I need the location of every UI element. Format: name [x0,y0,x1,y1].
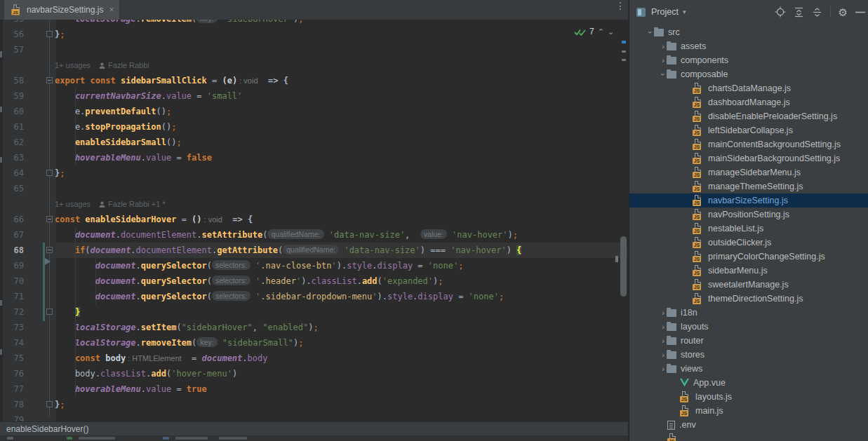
tree-item-mainSidebarBackgroundSetting.js[interactable]: JSmainSidebarBackgroundSetting.js [629,151,868,165]
tree-item-themeDirectionSetting.js[interactable]: JSthemeDirectionSetting.js [629,292,868,306]
toolbar-separator [830,6,831,18]
tab-close-icon[interactable]: × [109,5,114,15]
tree-item-layouts[interactable]: ›layouts [629,320,868,334]
vue-file-icon [680,379,689,387]
js-file-icon: JS [693,181,704,192]
project-panel-header: Project ▾ ⚙ [629,0,868,24]
js-file-icon: JS [667,433,679,441]
chevron-collapsed-icon[interactable]: › [660,308,667,317]
code-line: currentNavbarSize.value = 'small' [0,88,629,104]
tree-item-label: disableEnablePreloaderSetting.js [708,111,837,121]
tree-item-label: themeDirectionSetting.js [708,294,803,304]
tree-item-label: layouts.js [695,392,732,402]
tree-item-label: .env [679,420,696,430]
tree-item-navbarSizeSetting.js[interactable]: JSnavbarSizeSetting.js [629,194,868,208]
code-editor[interactable]: 5556575859606162636465666768697071727374… [0,20,629,421]
tree-item-composable[interactable]: ›composable [629,67,868,81]
stripe-mark-blue[interactable] [622,41,626,43]
project-panel-title[interactable]: Project [651,7,679,17]
line-number: 65 [0,181,24,196]
tree-item-disableEnablePreloaderSetting.js[interactable]: JSdisableEnablePreloaderSetting.js [629,109,868,123]
tree-item-leftSidebarCollapse.js[interactable]: JSleftSidebarCollapse.js [629,123,868,137]
tree-item-label: navbarSizeSetting.js [708,196,788,205]
js-file-icon: JS [693,167,704,178]
tree-item-App.vue[interactable]: App.vue [629,376,868,390]
inspections-widget[interactable]: 7 ⌃ ⌄ [574,26,614,37]
js-file-icon: JS [693,237,704,248]
chevron-down-icon[interactable]: ▾ [683,8,686,15]
code-line: e.stopPropagation(); [0,119,629,135]
tree-item-dashboardManage.js[interactable]: JSdashboardManage.js [629,95,868,109]
tree-item-src[interactable]: ›src [629,25,868,39]
tree-item-label: dashboardManage.js [708,97,790,107]
stripe-mark-gray[interactable] [622,50,626,53]
locate-icon[interactable] [775,6,786,18]
tree-item-label: src [668,27,680,37]
js-file-icon: JS [680,391,691,402]
code-line: document.querySelector(selectors: '.side… [0,289,629,304]
editor-tab-bar: JS navbarSizeSetting.js × ⋮ [0,0,629,20]
editor-scrollbar-thumb[interactable] [620,236,627,297]
code-line: enableSidebarSmall(); [0,135,629,150]
tree-item-manageThemeSetting.js[interactable]: JSmanageThemeSetting.js [629,179,868,194]
chevron-collapsed-icon[interactable]: › [660,337,667,345]
code-line: hoverableMenu.value = false [0,150,629,165]
expand-all-icon[interactable] [794,7,804,18]
tree-item-chartsDataManage.js[interactable]: JSchartsDataManage.js [629,81,868,95]
tree-item-mainContentBackgroundSetting.js[interactable]: JSmainContentBackgroundSetting.js [629,137,868,151]
chevron-collapsed-icon[interactable]: › [660,42,667,50]
tree-item-sweetalertManage.js[interactable]: JSsweetalertManage.js [629,278,868,292]
collapse-all-icon[interactable] [812,7,822,18]
tree-item-outsideClicker.js[interactable]: JSoutsideClicker.js [629,236,868,250]
tree-item-sidebarMenu.js[interactable]: JSsidebarMenu.js [629,264,868,278]
js-file-icon: JS [693,111,704,122]
chevron-collapsed-icon[interactable]: › [660,351,667,359]
chevron-collapsed-icon[interactable]: › [660,56,667,65]
tree-item-label: mainContentBackgroundSetting.js [708,140,841,149]
tree-item-components[interactable]: ›components [629,53,868,67]
usages-inlay-hint[interactable]: 1+ usagesFazle Rabbi +1 * [55,196,166,212]
chevron-collapsed-icon[interactable]: › [660,323,667,331]
tree-item-assets[interactable]: ›assets [629,39,868,53]
editor-options-kebab-icon[interactable]: ⋮ [615,4,624,8]
usages-inlay-hint[interactable]: 1+ usagesFazle Rabbi [55,57,149,73]
checks-passed-icon [574,27,586,36]
tree-item-manageSidebarMenu.js[interactable]: JSmanageSidebarMenu.js [629,165,868,179]
js-file-icon: JS [693,195,704,206]
folder-icon [667,365,676,373]
chevron-collapsed-icon[interactable]: › [660,365,667,373]
line-number: 79 [0,412,24,421]
prev-problem-icon[interactable]: ⌃ [598,26,604,37]
tree-item-router[interactable]: ›router [629,334,868,348]
code-line: body.classList.add('hover-menu') [0,366,629,381]
tree-item-primaryColorChangeSetting.js[interactable]: JSprimaryColorChangeSetting.js [629,250,868,264]
tab-navbarSizeSetting[interactable]: JS navbarSizeSetting.js × [4,0,119,20]
tree-item-navPositionSetting.js[interactable]: JSnavPositionSetting.js [629,208,868,222]
next-problem-icon[interactable]: ⌄ [608,26,614,37]
tree-item-label: leftSidebarCollapse.js [708,125,793,135]
project-tool-window: Project ▾ ⚙ [629,0,868,441]
tree-item-main.js[interactable]: JSmain.js [629,404,868,418]
tree-item-label: manageSidebarMenu.js [708,168,801,177]
tool-window-icon [636,8,646,17]
tree-item-views[interactable]: ›views [629,362,868,376]
tree-item-nestableList.js[interactable]: JSnestableList.js [629,222,868,236]
tree-item-.env[interactable]: .env [629,418,868,432]
tree-item-i18n[interactable]: ›i18n [629,306,868,320]
tree-item-partial[interactable]: JS [629,432,868,441]
tree-item-label: stores [681,350,705,360]
stripe-mark-gray[interactable] [622,59,626,61]
code-line: localStorage.removeItem(key: "sidebarSma… [0,335,629,351]
hide-panel-icon[interactable]: — [855,8,865,15]
tree-item-label: outsideClicker.js [708,238,771,247]
folder-icon [667,323,676,331]
js-file-icon: JS [693,265,704,276]
tree-item-layouts.js[interactable]: JSlayouts.js [629,390,868,404]
tree-item-label: composable [681,69,728,79]
settings-gear-icon[interactable]: ⚙ [839,7,848,18]
tree-item-stores[interactable]: ›stores [629,348,868,362]
author-icon [99,201,105,208]
tree-item-label: nestableList.js [708,224,763,233]
js-file-icon: JS [11,4,22,15]
breadcrumb[interactable]: enableSidebarHover() [0,421,629,435]
